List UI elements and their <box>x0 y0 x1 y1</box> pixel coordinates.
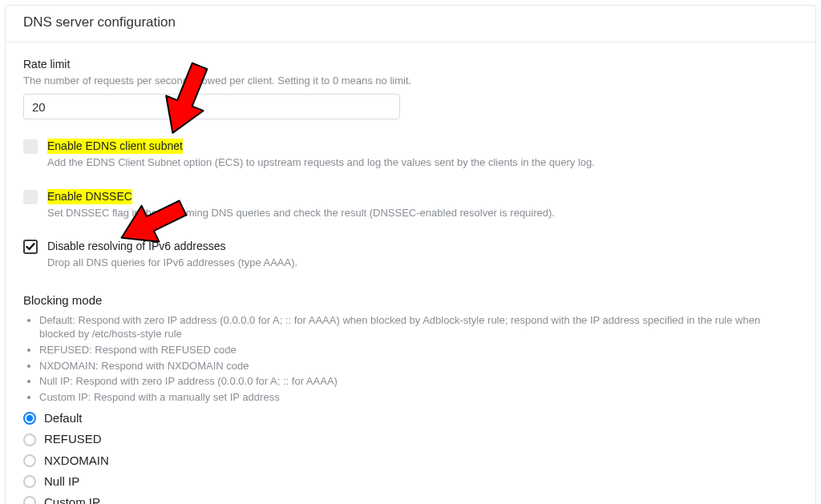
bullet-nxdomain: NXDOMAIN: Respond with NXDOMAIN code <box>39 359 798 373</box>
dnssec-checkbox[interactable] <box>23 190 38 204</box>
disable-ipv6-checkbox[interactable] <box>23 240 38 254</box>
mode-default-radio[interactable] <box>23 412 36 425</box>
check-icon <box>26 242 35 252</box>
mode-nullip-label: Null IP <box>44 474 79 490</box>
mode-refused-label: REFUSED <box>44 431 102 447</box>
option-edns: Enable EDNS client subnet Add the EDNS C… <box>23 139 798 169</box>
mode-nullip-row[interactable]: Null IP <box>23 474 798 490</box>
bullet-nullip: Null IP: Respond with zero IP address (0… <box>39 374 798 389</box>
dnssec-desc: Set DNSSEC flag in the outcoming DNS que… <box>47 206 798 220</box>
bullet-refused: REFUSED: Respond with REFUSED code <box>39 343 798 357</box>
mode-refused-radio[interactable] <box>23 433 36 446</box>
mode-customip-radio[interactable] <box>23 496 36 504</box>
panel-title: DNS server configuration <box>6 6 815 42</box>
ratelimit-desc: The number of requests per second allowe… <box>23 74 798 88</box>
edns-checkbox[interactable] <box>23 139 38 154</box>
bullet-customip: Custom IP: Respond with a manually set I… <box>39 390 798 405</box>
dnssec-label[interactable]: Enable DNSSEC <box>47 189 132 204</box>
mode-refused-row[interactable]: REFUSED <box>23 431 798 447</box>
ratelimit-label: Rate limit <box>23 57 798 72</box>
mode-default-row[interactable]: Default <box>23 410 798 426</box>
dns-server-config-panel: DNS server configuration Rate limit The … <box>5 5 816 504</box>
edns-desc: Add the EDNS Client Subnet option (ECS) … <box>47 155 798 170</box>
bullet-default: Default: Respond with zero IP address (0… <box>39 313 798 341</box>
ratelimit-input[interactable] <box>23 94 400 119</box>
mode-customip-row[interactable]: Custom IP <box>23 494 798 504</box>
disable-ipv6-label[interactable]: Disable resolving of IPv6 addresses <box>47 239 226 254</box>
blocking-mode-heading: Blocking mode <box>23 292 798 308</box>
option-dnssec: Enable DNSSEC Set DNSSEC flag in the out… <box>23 189 798 220</box>
edns-label[interactable]: Enable EDNS client subnet <box>47 139 183 154</box>
mode-nxdomain-radio[interactable] <box>23 454 36 467</box>
mode-nxdomain-label: NXDOMAIN <box>44 453 109 469</box>
option-disable-ipv6: Disable resolving of IPv6 addresses Drop… <box>23 239 798 269</box>
panel-body: Rate limit The number of requests per se… <box>6 42 815 504</box>
mode-default-label: Default <box>44 410 83 426</box>
mode-customip-label: Custom IP <box>44 494 100 504</box>
mode-nxdomain-row[interactable]: NXDOMAIN <box>23 453 798 469</box>
blocking-mode-bullets: Default: Respond with zero IP address (0… <box>23 313 798 404</box>
disable-ipv6-desc: Drop all DNS queries for IPv6 addresses … <box>47 256 798 270</box>
mode-nullip-radio[interactable] <box>23 475 36 488</box>
